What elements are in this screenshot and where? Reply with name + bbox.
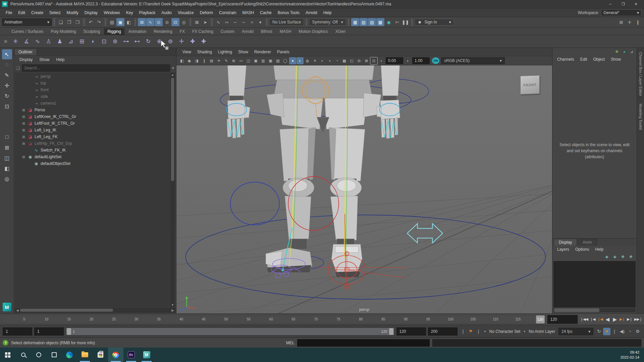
expand-toggle-icon[interactable]: ⊞ bbox=[21, 121, 26, 126]
symmetry-selector[interactable]: Symmetry: Off▾ bbox=[309, 18, 346, 26]
anim-prefs-icon[interactable]: ⚙ bbox=[634, 328, 641, 335]
chrome-taskbar-button[interactable] bbox=[108, 348, 123, 362]
paint-select-tool[interactable]: ✎ bbox=[2, 70, 12, 80]
outliner-item[interactable]: ⊞ ◉ defaultLightSet bbox=[15, 154, 170, 160]
menu-item[interactable]: MASH bbox=[239, 9, 257, 16]
go-to-end-button[interactable]: ▶▶❘ bbox=[634, 315, 643, 323]
channel-graph-icon[interactable]: ⊿ bbox=[629, 49, 635, 55]
workspace-grid-icon[interactable]: ⊞ bbox=[617, 18, 625, 26]
safe-title-icon[interactable]: ▧ bbox=[274, 57, 281, 64]
parent-constraint-icon[interactable]: ⊶ bbox=[121, 37, 131, 47]
shelf-options-gear-icon[interactable]: ⚙ bbox=[2, 37, 9, 47]
make-live-icon[interactable]: ◎ bbox=[180, 18, 188, 26]
object-display-icon[interactable]: ✤ bbox=[614, 49, 620, 55]
fps-selector[interactable]: 24 fps▾ bbox=[558, 328, 593, 335]
exposure-icon[interactable]: ◖ bbox=[378, 57, 385, 64]
use-default-material-icon[interactable]: ◍ bbox=[304, 57, 311, 64]
input-connections-icon[interactable]: ∿ bbox=[214, 18, 222, 26]
channel-box-menu-item[interactable]: Edit bbox=[578, 56, 590, 63]
viewport-menu-item[interactable]: Renderer bbox=[252, 49, 274, 55]
step-back-key-button[interactable]: ❘◀ bbox=[597, 315, 603, 323]
outliner-item[interactable]: ⊞ ◪ LeftFoot_IK_CTRL_Gr bbox=[15, 120, 170, 127]
sidebar-vertical-tab[interactable]: Channel Box / Layer Editor bbox=[639, 51, 643, 98]
pause-viewport-icon[interactable]: ❚❚ bbox=[401, 18, 410, 26]
grease-pencil-icon[interactable]: ✎ bbox=[223, 57, 230, 64]
redo-icon[interactable]: ↷ bbox=[95, 18, 103, 26]
screen-space-ao-icon[interactable]: ◑ bbox=[326, 57, 333, 64]
scrollbar-thumb[interactable] bbox=[20, 309, 113, 312]
new-scene-icon[interactable]: ❏ bbox=[57, 18, 65, 26]
taskbar-search-button[interactable] bbox=[15, 348, 31, 362]
playback-start-field[interactable]: 1 bbox=[34, 327, 64, 336]
sound-icon[interactable]: ◀) bbox=[619, 328, 626, 335]
image-plane-card[interactable]: FRONT bbox=[520, 75, 540, 95]
safe-action-icon[interactable]: ▦ bbox=[267, 57, 274, 64]
humanik-icon[interactable]: ♙ bbox=[44, 37, 54, 47]
save-scene-icon[interactable]: ❒ bbox=[73, 18, 82, 26]
expand-toggle-icon[interactable]: ⊞ bbox=[21, 141, 26, 146]
separator-handle[interactable] bbox=[189, 18, 192, 26]
range-handle-icon-3[interactable]: ❘ bbox=[611, 328, 618, 335]
layer-editor-tab[interactable]: Anim bbox=[578, 239, 597, 246]
maximize-button[interactable]: ❐ bbox=[617, 1, 629, 8]
expand-toggle-icon[interactable]: ⊞ bbox=[21, 135, 26, 139]
exposure-field[interactable]: 0.00 bbox=[386, 57, 403, 64]
current-frame-marker[interactable]: 120 bbox=[536, 315, 545, 323]
layer-editor-menu-item[interactable]: Help bbox=[592, 246, 606, 252]
wireframe-icon[interactable]: ◯ bbox=[282, 57, 289, 64]
menu-item[interactable]: Arnold bbox=[303, 9, 320, 16]
remove-influence-icon[interactable]: ✚ bbox=[199, 37, 209, 47]
lookdev-icon[interactable]: ◉ bbox=[385, 18, 393, 26]
viewport-menu-item[interactable]: Panels bbox=[274, 49, 292, 55]
edit-deformer-icon[interactable]: ⊿ bbox=[66, 37, 76, 47]
zoom-select-icon[interactable]: ◎ bbox=[2, 174, 12, 184]
outliner-item[interactable]: ▪◂ side bbox=[15, 93, 170, 100]
layer-playback-icon[interactable]: ◈ bbox=[612, 254, 618, 260]
scroll-up-icon[interactable]: ▲ bbox=[171, 72, 174, 77]
undo-icon[interactable]: ↶ bbox=[87, 18, 95, 26]
play-forwards-button[interactable]: ▶ bbox=[611, 315, 618, 323]
scroll-down-icon[interactable]: ▼ bbox=[171, 303, 174, 307]
range-end-handle[interactable] bbox=[389, 328, 393, 335]
outliner-menu-item[interactable]: Show bbox=[37, 56, 52, 63]
minimize-button[interactable]: ─ bbox=[604, 1, 616, 8]
lattice-icon[interactable]: ⊞ bbox=[77, 37, 87, 47]
mel-command-input[interactable] bbox=[297, 339, 430, 347]
close-button[interactable]: ✕ bbox=[630, 1, 642, 8]
move-tool[interactable]: ✛ bbox=[2, 80, 12, 90]
layer-editor-menu-item[interactable]: Layers bbox=[554, 246, 572, 252]
channel-box-menu-item[interactable]: Show bbox=[608, 56, 624, 63]
playback-loop-icon[interactable]: ↻ bbox=[595, 328, 603, 335]
channel-box-menu-item[interactable]: Object bbox=[590, 56, 607, 63]
smooth-shade-icon[interactable]: ● bbox=[289, 57, 296, 64]
snap-to-curve-icon[interactable]: ∿ bbox=[146, 18, 154, 26]
image-plane-icon[interactable]: ▤ bbox=[208, 57, 215, 64]
menu-item[interactable]: Bonus Tools bbox=[275, 9, 303, 16]
texture-view-icon[interactable]: ▩ bbox=[376, 18, 384, 26]
menu-item[interactable]: Audio bbox=[158, 9, 175, 16]
taskbar-clock[interactable]: 09:42 2022-02-14 bbox=[616, 350, 644, 360]
menu-set-selector[interactable]: Animation▾ bbox=[2, 18, 52, 26]
cortana-button[interactable] bbox=[31, 348, 46, 362]
outliner-item[interactable]: ▪◂ persp bbox=[15, 73, 170, 80]
step-forward-frame-button[interactable]: ▶❘ bbox=[626, 315, 633, 323]
menu-item[interactable]: Create bbox=[28, 9, 46, 16]
viewport-scene[interactable]: FRONT persp bbox=[176, 65, 552, 313]
viewport-menu-item[interactable]: View bbox=[180, 49, 194, 55]
camera-attributes-icon[interactable]: ◨ bbox=[193, 57, 200, 64]
scrollbar-thumb[interactable] bbox=[554, 308, 599, 312]
separator-handle[interactable] bbox=[134, 18, 137, 26]
add-influence-icon[interactable]: ✚ bbox=[187, 37, 198, 47]
selection-highlight-icon[interactable]: ⊡ bbox=[370, 57, 377, 64]
menu-item[interactable]: Cache bbox=[257, 9, 275, 16]
file-explorer-taskbar-button[interactable] bbox=[77, 348, 93, 362]
expand-toggle-icon[interactable]: ⊞ bbox=[21, 128, 26, 132]
snap-to-point-icon[interactable]: ⊙ bbox=[155, 18, 163, 26]
quick-rig-icon[interactable]: ♟ bbox=[55, 37, 65, 47]
anim-speed-icon[interactable]: ◕ bbox=[621, 49, 627, 55]
snap-to-view-plane-icon[interactable]: ⊡ bbox=[171, 18, 179, 26]
play-backwards-button[interactable]: ◀ bbox=[604, 315, 611, 323]
select-by-hierarchy-icon[interactable]: ▤ bbox=[108, 18, 116, 26]
go-to-start-button[interactable]: ❘◀◀ bbox=[580, 315, 589, 323]
point-constraint-icon[interactable]: ⊷ bbox=[132, 37, 142, 47]
